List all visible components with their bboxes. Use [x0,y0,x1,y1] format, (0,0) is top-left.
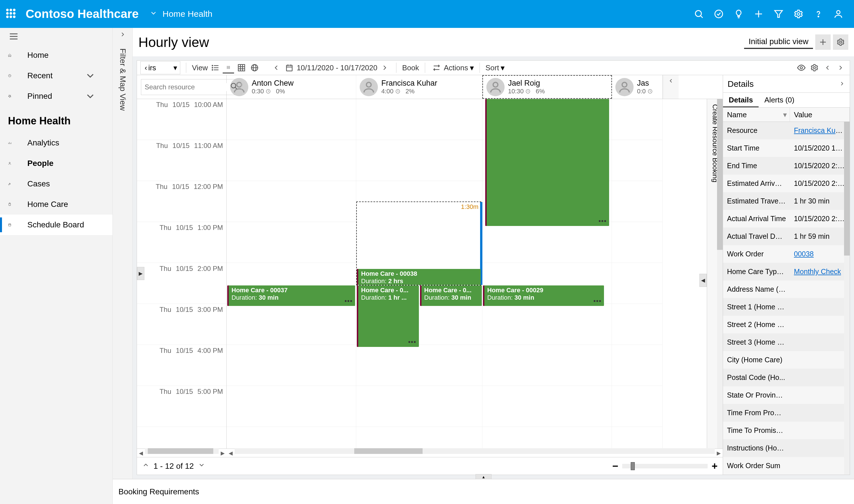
booking-menu-icon[interactable]: ••• [593,298,602,305]
schedule-grid: Thu10/1510:00 AMThu10/1511:00 AMThu10/15… [137,99,723,449]
hscroll-gutter-track[interactable] [145,448,219,454]
nav-analytics[interactable]: Analytics [0,132,112,153]
details-col-name[interactable]: Name [723,108,790,122]
details-field-name: Address Name (H... [723,285,790,293]
search-input[interactable] [145,83,230,91]
app-launcher-icon[interactable] [6,8,17,20]
nav-cases[interactable]: Cases [0,174,112,194]
booking-block[interactable]: Home Care - 00029Duration: 30 min••• [483,285,604,306]
filter-icon[interactable] [769,4,788,24]
hscroll-left[interactable]: ◂ [137,448,145,457]
nav-home[interactable]: Home [0,45,112,66]
svg-point-57 [800,67,802,69]
tab-settings-button[interactable] [833,34,848,50]
nav-scheduleboard[interactable]: Schedule Board [0,215,112,235]
hscroll-right[interactable]: ▸ [219,448,227,457]
settings-icon[interactable] [788,4,808,24]
add-icon[interactable] [749,4,769,24]
calendar-icon[interactable] [284,62,295,73]
pager-down-button[interactable] [198,461,205,471]
booking-requirements-bar[interactable]: ▴ Booking Requirements [113,479,854,504]
chevron-right-icon[interactable] [839,79,845,89]
resource-cell[interactable]: Francisca Kuhar 4:00 2% [356,75,482,99]
view-grid-icon[interactable] [236,62,247,73]
nav-people[interactable]: People [0,153,112,174]
nav-collapse-icon[interactable] [0,28,112,45]
zoom-in-button[interactable]: + [712,460,718,472]
booking-block[interactable]: Home Care - 0...Duration: 30 min [420,285,482,306]
booking-menu-icon[interactable]: ••• [345,298,353,305]
hscroll-lanes-left[interactable]: ◂ [227,448,234,457]
scroll-right-button[interactable] [835,62,846,73]
expand-right-button[interactable]: ◀ [699,274,707,287]
resource-lane[interactable] [612,99,663,449]
details-link[interactable]: Francisca Kuhar [794,126,846,134]
svg-line-60 [235,87,237,89]
search-icon[interactable] [230,82,238,92]
resource-search-box[interactable] [141,79,242,95]
expand-left-button[interactable]: ▶ [137,267,144,280]
drag-handle-icon[interactable]: ▴ [475,474,491,479]
booking-menu-icon[interactable]: ••• [408,338,416,346]
view-hourly-icon[interactable] [223,62,234,73]
details-link[interactable]: 00038 [794,250,814,258]
nav-recent[interactable]: Recent [0,66,112,86]
create-resource-booking-strip[interactable] [663,75,679,99]
book-label[interactable]: Book [402,64,419,72]
booking-block[interactable]: Home Care - 00038 Duration: 2 hrs [357,269,481,285]
booking-block-large[interactable]: ••• [485,99,609,226]
lightbulb-icon[interactable] [729,4,749,24]
details-col-value[interactable]: Value [790,108,850,122]
area-switcher-icon[interactable] [150,9,157,19]
booking-menu-icon[interactable]: ••• [598,217,607,225]
chevron-right-icon[interactable] [119,31,126,40]
nav-homecare[interactable]: Home Care [0,194,112,215]
gear-icon[interactable] [809,62,820,73]
booking-drag-frame[interactable]: 1:30m Home Care - 00038 Duration: 2 hrs [356,201,481,285]
swap-icon[interactable] [431,62,442,73]
date-next-button[interactable] [379,62,390,73]
resource-cell[interactable]: Jael Roig 10:30 6% [482,75,612,99]
details-link[interactable]: Monthly Check [794,268,841,275]
date-prev-button[interactable] [271,62,282,73]
eye-icon[interactable] [796,62,807,73]
view-map-icon[interactable] [249,62,260,73]
sort-label[interactable]: Sort [486,64,499,72]
actions-label[interactable]: Actions [444,64,468,72]
vertical-scrollbar-details[interactable] [844,122,850,475]
hscroll-lanes-right[interactable]: ▸ [715,448,723,457]
user-icon[interactable] [829,4,848,24]
filter-map-strip[interactable]: Filter & Map View [113,28,133,479]
details-row: ResourceFrancisca Kuhar [723,122,850,140]
details-field-value: 10/15/2020 2:32 P... [790,215,850,223]
booking-block[interactable]: Home Care - 0...Duration: 1 hr ...••• [357,285,419,347]
tab-initial-public-view[interactable]: Initial public view [744,35,813,49]
resource-name: Jas [637,79,659,88]
zoom-out-button[interactable]: − [612,460,618,472]
add-tab-button[interactable] [815,34,831,50]
app-name[interactable]: Contoso Healthcare [25,7,139,21]
zoom-slider[interactable] [622,464,708,468]
schedule-board-wrap: ‹irs View 10/11/2020 - 10/17/2020 Book A… [133,56,854,479]
resource-lane[interactable] [227,99,356,449]
tab-alerts[interactable]: Alerts (0) [759,93,800,107]
scope-dropdown[interactable]: ‹irs [140,61,180,74]
resource-cell[interactable]: Anton Chew 0:30 0% [227,75,356,99]
time-row: Thu10/1512:00 PM [137,181,226,222]
nav-pinned[interactable]: Pinned [0,86,112,106]
resource-cell[interactable]: Jas 0:0 [612,75,663,99]
hscroll-lanes-track[interactable] [234,448,715,454]
pager-up-button[interactable] [142,461,150,471]
help-icon[interactable] [808,4,829,24]
nav-section-header: Home Health [0,106,112,132]
booking-block[interactable]: Home Care - 00037Duration: 30 min••• [227,285,355,306]
area-name[interactable]: Home Health [162,9,212,19]
tab-details[interactable]: Details [723,93,759,107]
task-icon[interactable] [709,4,729,24]
view-list-icon[interactable] [210,62,221,73]
schedule-lanes[interactable]: •••1:30m Home Care - 00038 Duration: 2 h… [227,99,707,449]
scroll-left-button[interactable] [822,62,833,73]
search-icon[interactable] [689,4,709,24]
vertical-scrollbar-lanes[interactable] [717,99,723,449]
details-field-name: City (Home Care) [723,356,790,364]
